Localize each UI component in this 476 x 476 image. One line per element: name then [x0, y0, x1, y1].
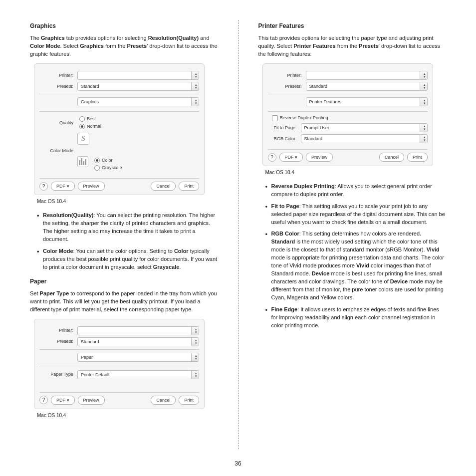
printer-select[interactable]: ▴▾	[77, 326, 199, 335]
preview-button[interactable]: Preview	[78, 182, 105, 191]
tab-select[interactable]: Graphics▴▾	[77, 97, 199, 106]
mode-grayscale[interactable]: Grayscale	[94, 165, 122, 171]
sample-s-icon: S	[77, 133, 89, 145]
features-intro: This tab provides options for selecting …	[258, 34, 447, 58]
quality-normal[interactable]: Normal	[79, 123, 101, 130]
print-button[interactable]: Print	[179, 396, 199, 405]
cancel-button[interactable]: Cancel	[151, 396, 176, 405]
cancel-button[interactable]: Cancel	[379, 153, 404, 162]
pdf-button[interactable]: PDF ▾	[51, 182, 75, 191]
bullet-fit-to-page: Fit to Page: This setting allows you to …	[271, 203, 447, 227]
graphics-heading: Graphics	[30, 22, 218, 30]
presets-label: Presets:	[39, 83, 77, 90]
graphics-dialog: Printer: ▴▾ Presets: Standard▴▾ Graphics…	[34, 63, 205, 195]
bullet-color-mode: Color Mode: You can set the color option…	[43, 247, 218, 271]
graphics-intro: The Graphics tab provides options for se…	[30, 34, 218, 58]
presets-select[interactable]: Standard▴▾	[77, 337, 199, 346]
graphics-caption: Mac OS 10.4	[37, 198, 218, 206]
radio-on-icon	[94, 158, 100, 163]
left-column: Graphics The Graphics tab provides optio…	[30, 20, 218, 449]
radio-on-icon	[79, 124, 85, 129]
graphics-bullets: Resolution(Quality): You can select the …	[30, 212, 218, 271]
column-divider	[238, 20, 238, 449]
pdf-button[interactable]: PDF ▾	[279, 153, 303, 162]
mode-color[interactable]: Color	[94, 157, 122, 164]
printer-label: Printer:	[39, 72, 77, 79]
bullet-rgb-color: RGB Color: This setting determines how c…	[271, 230, 447, 301]
papertype-select[interactable]: Printer Default▴▾	[77, 370, 199, 379]
page-number: 36	[235, 460, 241, 467]
pdf-button[interactable]: PDF ▾	[51, 396, 75, 405]
bullet-reverse-duplex: Reverse Duplex Printing: Allows you to s…	[271, 183, 447, 199]
fitpage-select[interactable]: Prompt User▴▾	[301, 123, 428, 132]
radio-off-icon	[79, 116, 85, 122]
features-bullets: Reverse Duplex Printing: Allows you to s…	[258, 183, 447, 330]
bullet-resolution: Resolution(Quality): You can select the …	[43, 212, 218, 243]
printer-select[interactable]: ▴▾	[77, 71, 199, 80]
preview-button[interactable]: Preview	[78, 396, 105, 405]
paper-dialog: Printer: ▴▾ Presets: Standard▴▾ Paper▴▾ …	[34, 319, 205, 409]
print-button[interactable]: Print	[179, 182, 199, 191]
features-heading: Printer Features	[258, 22, 447, 30]
cancel-button[interactable]: Cancel	[151, 182, 176, 191]
rgbcolor-select[interactable]: Standard▴▾	[301, 134, 428, 143]
features-dialog: Printer: ▴▾ Presets: Standard▴▾ Printer …	[262, 63, 433, 166]
reverse-duplex-row[interactable]: Reverse Duplex Printing	[272, 115, 428, 121]
paper-heading: Paper	[30, 277, 218, 286]
print-button[interactable]: Print	[407, 153, 428, 162]
papertype-label: Paper Type	[39, 371, 77, 378]
help-button[interactable]: ?	[39, 396, 48, 404]
color-bars-icon	[77, 156, 88, 167]
tab-select[interactable]: Paper▴▾	[77, 353, 199, 362]
tab-select[interactable]: Printer Features▴▾	[306, 97, 428, 106]
radio-off-icon	[94, 165, 100, 171]
help-button[interactable]: ?	[39, 182, 48, 191]
features-caption: Mac OS 10.4	[265, 169, 447, 177]
presets-select[interactable]: Standard▴▾	[77, 82, 199, 91]
paper-intro: Set Paper Type to correspond to the pape…	[30, 290, 218, 314]
quality-best[interactable]: Best	[79, 116, 101, 122]
quality-label: Quality	[39, 120, 77, 126]
right-column: Printer Features This tab provides optio…	[258, 20, 447, 449]
help-button[interactable]: ?	[268, 153, 276, 162]
colormode-label: Color Mode	[39, 148, 77, 154]
bullet-fine-edge: Fine Edge: It allows users to emphasize …	[271, 306, 447, 330]
presets-select[interactable]: Standard▴▾	[306, 82, 428, 91]
printer-select[interactable]: ▴▾	[306, 71, 428, 80]
checkbox-icon	[272, 115, 278, 121]
preview-button[interactable]: Preview	[306, 153, 333, 162]
paper-caption: Mac OS 10.4	[37, 412, 218, 420]
